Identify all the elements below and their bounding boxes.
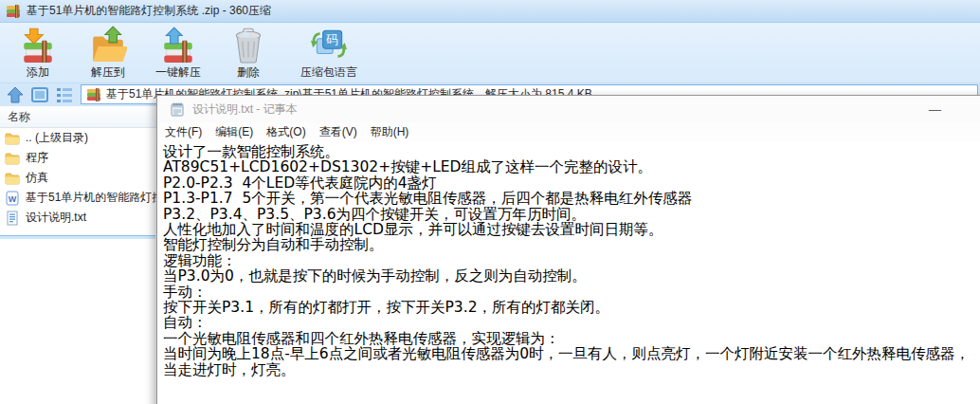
notepad-text-area[interactable]: 设计了一款智能控制系统。 AT89C51+LCD1602+DS1302+按键+L… <box>157 141 980 404</box>
menu-format[interactable]: 格式(O) <box>260 122 312 141</box>
zip-window-title: 基于51单片机的智能路灯控制系统 .zip - 360压缩 <box>27 3 271 19</box>
extract-to-button[interactable]: 解压到 <box>78 26 138 81</box>
archive-language-icon: 码 <box>310 26 348 64</box>
svg-text:W: W <box>9 193 17 203</box>
text-line: 自动： <box>163 315 980 330</box>
menu-edit[interactable]: 编辑(E) <box>209 122 260 141</box>
add-button[interactable]: 添加 <box>8 26 68 81</box>
maximize-button[interactable] <box>956 96 980 122</box>
notepad-menubar: 文件(F) 编辑(E) 格式(O) 查看(V) 帮助(H) <box>157 122 980 141</box>
menu-view[interactable]: 查看(V) <box>313 122 364 141</box>
list-item-label: 基于51单片机的智能路灯控 <box>26 190 163 206</box>
one-click-extract-button[interactable]: 一键解压 <box>148 26 209 81</box>
text-file-icon <box>5 211 20 226</box>
delete-icon <box>229 26 267 64</box>
menu-help[interactable]: 帮助(H) <box>364 122 416 141</box>
list-view-icon[interactable] <box>55 85 74 104</box>
text-line: 一个光敏电阻传感器和四个红外热释电传感器，实现逻辑为： <box>163 331 980 346</box>
notepad-icon <box>170 101 185 117</box>
text-line: 当P3.0为0，也就是按下的时候为手动控制，反之则为自动控制。 <box>163 268 980 284</box>
list-item-label: 程序 <box>26 150 48 166</box>
minimize-icon: — <box>929 102 941 117</box>
menu-file[interactable]: 文件(F) <box>158 122 209 141</box>
folder-icon <box>5 171 20 186</box>
delete-button-label: 删除 <box>237 64 260 81</box>
folder-icon <box>5 131 20 146</box>
minimize-button[interactable]: — <box>914 96 956 122</box>
text-line: P1.3-P1.7 5个开关，第一个代表光敏电阻传感器，后四个都是热释电红外传感… <box>163 191 980 206</box>
word-doc-icon: W <box>5 191 20 206</box>
text-line: 手动： <box>163 285 980 300</box>
add-button-label: 添加 <box>27 64 49 81</box>
extract-to-button-label: 解压到 <box>91 64 125 81</box>
text-line: 人性化地加入了时间和温度的LCD显示，并可以通过按键去设置时间日期等。 <box>163 222 980 237</box>
text-line: AT89C51+LCD1602+DS1302+按键+LED组成了这样一个完整的设… <box>163 159 980 174</box>
list-item-label: 设计说明.txt <box>26 210 86 226</box>
text-line: 当时间为晚上18点-早上6点之间或者光敏电阻传感器为0时，一旦有人，则点亮灯，一… <box>163 346 980 361</box>
zip-toolbar: 添加 解压到 一键解压 删除 <box>0 23 980 83</box>
text-line: 智能灯控制分为自动和手动控制。 <box>163 237 980 252</box>
delete-button[interactable]: 删除 <box>218 26 279 81</box>
one-click-extract-button-label: 一键解压 <box>155 64 201 81</box>
text-line: P3.2、P3.4、P3.5、P3.6为四个按键开关，可设置万年历时间。 <box>163 207 980 222</box>
svg-text:码: 码 <box>325 33 338 46</box>
up-icon[interactable] <box>6 85 25 104</box>
one-click-extract-icon <box>159 26 197 64</box>
text-line: 设计了一款智能控制系统。 <box>163 144 980 159</box>
archive-language-button-label: 压缩包语言 <box>300 64 357 81</box>
archive-icon <box>6 4 21 19</box>
extract-to-icon <box>89 26 127 64</box>
text-line: 按下开关P3.1，所有的灯都打开，按下开关P3.2，所有的灯都关闭。 <box>163 300 980 315</box>
list-item-label: 仿真 <box>26 170 48 186</box>
archive-icon <box>86 87 101 102</box>
notepad-window-title: 设计说明.txt - 记事本 <box>192 101 298 118</box>
icon-view-icon[interactable] <box>30 85 49 104</box>
text-line: 逻辑功能： <box>163 253 980 268</box>
notepad-window: 设计说明.txt - 记事本 — 文件(F) 编辑(E) 格式(O) 查看(V)… <box>156 95 980 404</box>
notepad-titlebar[interactable]: 设计说明.txt - 记事本 — <box>157 96 980 122</box>
list-item-label: .. (上级目录) <box>26 130 88 146</box>
archive-language-button[interactable]: 码 压缩包语言 <box>288 26 370 81</box>
zip-titlebar[interactable]: 基于51单片机的智能路灯控制系统 .zip - 360压缩 <box>0 0 980 23</box>
screen: 基于51单片机的智能路灯控制系统 .zip - 360压缩 添加 解压到 一键解… <box>0 0 980 404</box>
text-line: P2.0-P2.3 4个LED等代表庭院内的4盏灯 <box>163 175 980 191</box>
selection-highlight-line <box>0 235 155 239</box>
text-line: 当走进灯时，灯亮。 <box>163 362 980 377</box>
add-to-archive-icon <box>19 26 57 64</box>
folder-icon <box>5 151 20 166</box>
